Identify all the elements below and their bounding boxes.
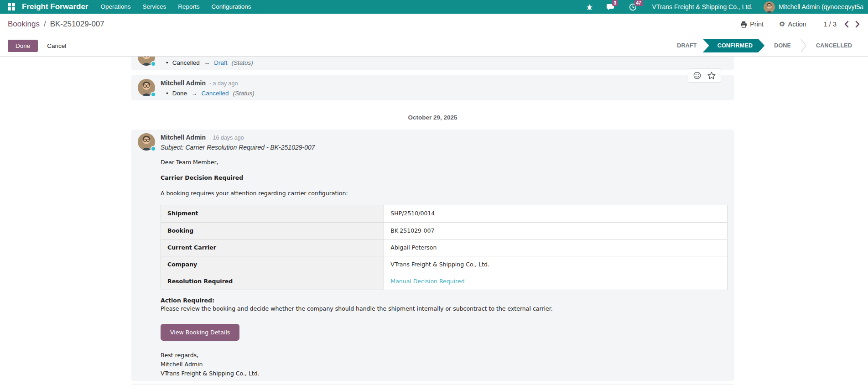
- date-divider-label: October 29, 2025: [401, 114, 463, 121]
- email-heading: Carrier Decision Required: [161, 174, 728, 182]
- chevron-left-icon: [844, 21, 849, 28]
- message-tracking-2: Mitchell Admin - a day ago Done → Cancel…: [131, 75, 734, 100]
- table-row: Resolution Required Manual Decision Requ…: [161, 273, 728, 290]
- message-actions-toolbar: [688, 68, 721, 83]
- tracking-old-value: Cancelled: [172, 59, 200, 66]
- chatter-thread: Mitchell Admin - a day ago Cancelled → D…: [0, 57, 868, 385]
- apps-menu-button[interactable]: [6, 2, 16, 12]
- messages-badge: 3: [612, 0, 619, 6]
- status-pipeline: DRAFT CONFIRMED DONE CANCELLED: [667, 39, 862, 52]
- table-label: Company: [161, 256, 384, 273]
- date-divider: October 29, 2025: [131, 113, 734, 122]
- add-reaction-button[interactable]: [693, 72, 701, 79]
- pager-previous-button[interactable]: [844, 21, 849, 28]
- printer-icon: [740, 21, 747, 28]
- top-navbar: Freight Forwarder Operations Services Re…: [0, 0, 868, 14]
- tracking-new-value: Draft: [214, 59, 227, 66]
- message-email: Mitchell Admin - 16 days ago Subject: Ca…: [131, 130, 734, 381]
- tracking-value: Done → Cancelled (Status): [161, 90, 728, 97]
- arrow-right-icon: →: [191, 90, 198, 97]
- avatar: [138, 133, 155, 151]
- breadcrumb-separator: /: [44, 20, 46, 29]
- table-label: Resolution Required: [161, 273, 384, 290]
- manual-decision-link[interactable]: Manual Decision Required: [390, 278, 464, 285]
- tracking-field-name: (Status): [232, 59, 253, 66]
- email-action-text: Please review the booking and decide whe…: [161, 305, 728, 313]
- booking-summary-table: Shipment SHP/2510/0014 Booking BK-251029…: [161, 205, 728, 290]
- user-menu[interactable]: Mitchell Admin (qynoeeqvyt5a: [764, 1, 863, 13]
- form-statusbar: Done Cancel DRAFT CONFIRMED DONE CANCELL…: [0, 35, 868, 57]
- control-panel: Bookings / BK-251029-007 Print ⚙ Action …: [0, 14, 868, 35]
- activities-button[interactable]: 47: [629, 3, 637, 11]
- table-value: Abigail Peterson: [384, 239, 728, 256]
- table-row: Company VTrans Freight & Shipping Co., L…: [161, 256, 728, 273]
- menu-configurations[interactable]: Configurations: [206, 0, 257, 14]
- presence-dot: [151, 92, 156, 97]
- apps-grid-icon: [8, 3, 15, 10]
- table-row: Shipment SHP/2510/0014: [161, 205, 728, 222]
- email-subject: Subject: Carrier Resolution Required - B…: [161, 144, 728, 151]
- smiley-icon: [693, 72, 701, 79]
- print-button[interactable]: Print: [740, 21, 764, 28]
- breadcrumb: Bookings / BK-251029-007: [8, 20, 104, 29]
- cancel-button[interactable]: Cancel: [47, 42, 66, 49]
- email-action-heading: Action Required:: [161, 297, 728, 305]
- app-title[interactable]: Freight Forwarder: [22, 2, 88, 11]
- star-icon: [707, 72, 716, 79]
- action-menu-button[interactable]: ⚙ Action: [779, 21, 806, 28]
- tracking-old-value: Done: [172, 90, 187, 97]
- menu-services[interactable]: Services: [137, 0, 172, 14]
- presence-dot: [151, 146, 156, 151]
- bullet: [166, 59, 168, 66]
- state-separator-icon: [800, 39, 806, 52]
- bullet: [166, 90, 168, 97]
- message-tracking-1: Mitchell Admin - a day ago Cancelled → D…: [131, 57, 734, 70]
- email-intro: A booking requires your attention regard…: [161, 189, 728, 198]
- pager-next-button[interactable]: [855, 21, 860, 28]
- done-button[interactable]: Done: [8, 40, 38, 52]
- email-body: Dear Team Member, Carrier Decision Requi…: [161, 158, 728, 378]
- print-label: Print: [750, 21, 764, 28]
- message-author: Mitchell Admin: [161, 134, 206, 141]
- gear-icon: ⚙: [779, 21, 785, 28]
- message-author: Mitchell Admin: [161, 79, 206, 87]
- tracking-field-name: (Status): [233, 90, 255, 97]
- toggle-star-button[interactable]: [707, 72, 716, 79]
- messages-button[interactable]: 3: [607, 3, 615, 11]
- email-signoff: Best regards, Mitchell Admin VTrans Frei…: [161, 351, 728, 378]
- menu-operations[interactable]: Operations: [94, 0, 136, 14]
- tracking-new-value: Cancelled: [202, 90, 229, 97]
- action-label: Action: [788, 21, 806, 28]
- debug-button[interactable]: [586, 4, 593, 10]
- state-cancelled[interactable]: CANCELLED: [806, 39, 862, 52]
- table-label: Shipment: [161, 205, 384, 222]
- avatar: [138, 57, 155, 66]
- table-row: Booking BK-251029-007: [161, 222, 728, 239]
- table-label: Booking: [161, 222, 384, 239]
- table-value: BK-251029-007: [384, 222, 728, 239]
- tracking-value: Cancelled → Draft (Status): [161, 59, 728, 66]
- user-name: Mitchell Admin (qynoeeqvyt5a: [779, 3, 863, 10]
- user-avatar: [764, 1, 775, 13]
- state-draft[interactable]: DRAFT: [667, 39, 706, 52]
- breadcrumb-bookings[interactable]: Bookings: [8, 20, 40, 29]
- breadcrumb-current-record: BK-251029-007: [50, 20, 104, 29]
- menu-reports[interactable]: Reports: [172, 0, 205, 14]
- message-time: - 16 days ago: [209, 135, 244, 141]
- state-confirmed-active[interactable]: CONFIRMED: [703, 39, 765, 52]
- state-done[interactable]: DONE: [764, 39, 800, 52]
- activities-badge: 47: [634, 0, 643, 6]
- bug-icon: [586, 4, 593, 10]
- table-row: Current Carrier Abigail Peterson: [161, 239, 728, 256]
- company-switcher[interactable]: VTrans Freight & Shipping Co., Ltd.: [652, 3, 753, 10]
- chevron-right-icon: [855, 21, 860, 28]
- email-greeting: Dear Team Member,: [161, 158, 728, 166]
- signoff-line: Mitchell Admin: [161, 360, 728, 369]
- message-time: - a day ago: [209, 80, 238, 87]
- view-booking-details-button[interactable]: View Booking Details: [161, 324, 239, 341]
- table-label: Current Carrier: [161, 239, 384, 256]
- pager-counter[interactable]: 1 / 3: [824, 21, 837, 28]
- record-pager: 1 / 3: [824, 21, 860, 28]
- table-value: VTrans Freight & Shipping Co., Ltd.: [384, 256, 728, 273]
- navbar-systray: 3 47 VTrans Freight & Shipping Co., Ltd.: [572, 1, 863, 13]
